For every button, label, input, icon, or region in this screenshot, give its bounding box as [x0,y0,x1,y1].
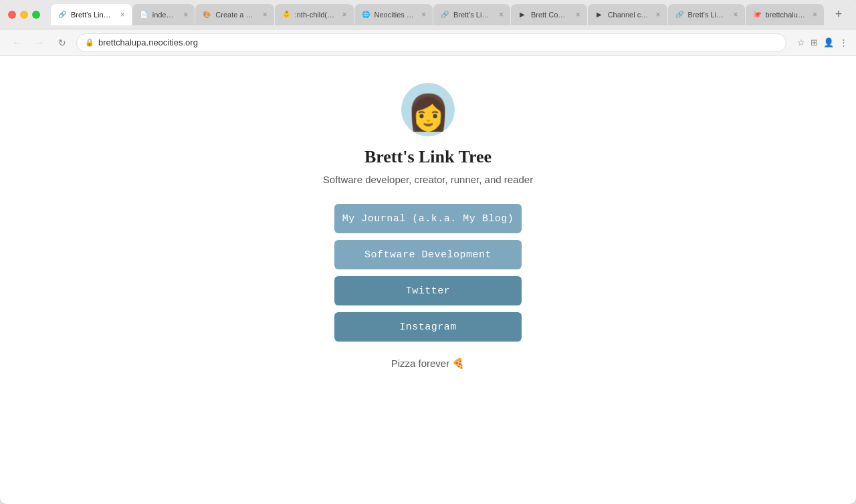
tab-favicon: 🐙 [752,10,762,19]
tab-favicon: 🔗 [675,10,684,19]
back-button[interactable]: ← [8,34,25,51]
forward-button[interactable]: → [31,34,48,51]
page-content: 👩 Brett's Link Tree Software developer, … [0,56,856,477]
tab-close-icon[interactable]: × [120,10,125,19]
tab-close-icon[interactable]: × [576,10,580,19]
link-button-btn4[interactable]: Instagram [334,312,522,342]
maximize-button[interactable] [32,11,40,19]
tab-label: Brett's Link Tre... [71,11,114,19]
traffic-lights [8,11,40,19]
tab-label: Create a palet... [215,11,255,19]
footer-text: Pizza forever 🍕 [391,358,465,370]
browser-tab-tab5[interactable]: 🌐Neocities - De...× [354,4,433,25]
new-tab-button[interactable]: + [829,5,848,24]
tab-close-icon[interactable]: × [421,10,426,19]
tab-favicon: 🔗 [58,10,67,19]
browser-tab-tab8[interactable]: ▶Channel conte...× [588,4,667,25]
tab-close-icon[interactable]: × [656,10,661,19]
page-title: Brett's Link Tree [364,147,492,167]
tabs-bar: 🔗Brett's Link Tre...×📄index.html×🎨Create… [51,4,824,25]
minimize-button[interactable] [20,11,28,19]
browser-tab-tab4[interactable]: 👶:nth-child() - C...× [275,4,354,25]
tab-favicon: 📄 [139,10,148,19]
address-bar-row: ← → ↻ 🔒 brettchalupa.neocities.org ☆ ⊞ 👤… [0,29,856,56]
link-button-btn1[interactable]: My Journal (a.k.a. My Blog) [334,204,522,233]
page-subtitle: Software developer, creator, runner, and… [323,174,533,185]
browser-tab-tab1[interactable]: 🔗Brett's Link Tre...× [51,4,132,25]
tab-close-icon[interactable]: × [499,10,504,19]
tab-favicon: 🌐 [361,10,370,19]
browser-window: 🔗Brett's Link Tre...×📄index.html×🎨Create… [0,0,856,504]
browser-tab-tab2[interactable]: 📄index.html× [132,4,195,25]
address-text: brettchalupa.neocities.org [98,37,778,47]
browser-tab-tab9[interactable]: 🔗Brett's Link Tr...× [668,4,745,25]
links-container: My Journal (a.k.a. My Blog)Software Deve… [334,204,522,342]
tab-label: Channel conte... [608,11,649,19]
tab-close-icon[interactable]: × [813,10,817,19]
browser-extension-icons: ☆ ⊞ 👤 ⋮ [797,37,848,47]
tab-favicon: ▶ [518,10,527,19]
tab-favicon: ▶ [595,10,604,19]
tab-close-icon[interactable]: × [263,10,268,19]
tab-label: index.html [152,11,177,19]
tab-label: Brett Codes -... [531,11,569,19]
title-bar: 🔗Brett's Link Tre...×📄index.html×🎨Create… [0,0,856,29]
close-button[interactable] [8,11,16,19]
tab-favicon: 👶 [282,10,291,19]
avatar: 👩 [401,83,455,136]
browser-tab-tab3[interactable]: 🎨Create a palet...× [195,4,274,25]
tab-label: Brett's Link Tr... [688,11,727,19]
browser-tab-tab10[interactable]: 🐙brettchalupa/s...× [746,4,824,25]
tab-label: Brett's Link Tr... [453,11,492,19]
lock-icon: 🔒 [85,38,94,47]
reload-button[interactable]: ↻ [54,34,71,51]
tab-close-icon[interactable]: × [183,10,188,19]
address-bar[interactable]: 🔒 brettchalupa.neocities.org [76,33,786,52]
link-button-btn3[interactable]: Twitter [334,276,522,305]
tab-favicon: 🎨 [202,10,211,19]
link-button-btn2[interactable]: Software Development [334,240,522,269]
menu-icon[interactable]: ⋮ [839,37,848,47]
tab-label: brettchalupa/s... [766,11,806,19]
tab-favicon: 🔗 [440,10,449,19]
extensions-icon[interactable]: ⊞ [811,37,818,47]
browser-tab-tab6[interactable]: 🔗Brett's Link Tr...× [433,4,510,25]
bookmark-star-icon[interactable]: ☆ [797,37,805,47]
profile-icon[interactable]: 👤 [823,37,834,47]
tab-close-icon[interactable]: × [734,10,738,19]
tab-close-icon[interactable]: × [342,10,347,19]
avatar-emoji: 👩 [407,95,450,130]
tab-label: Neocities - De... [374,11,415,19]
tab-label: :nth-child() - C... [295,11,336,19]
browser-tab-tab7[interactable]: ▶Brett Codes -...× [511,4,587,25]
